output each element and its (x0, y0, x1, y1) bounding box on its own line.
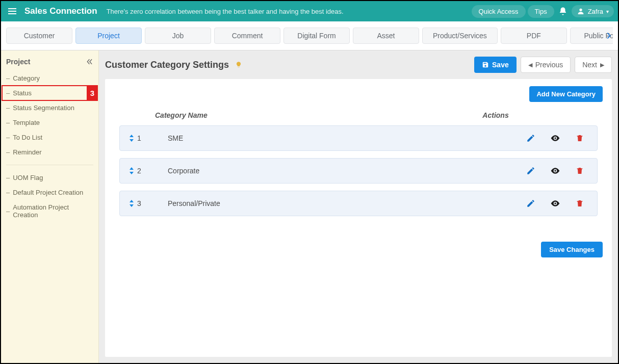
main-content: Customer Category Settings Save ◀ Previo… (99, 50, 618, 363)
sidebar-item-label: To Do List (13, 134, 42, 141)
tab-project[interactable]: Project (75, 28, 142, 44)
dash-icon: – (6, 134, 10, 141)
chevron-down-icon: ▾ (606, 9, 609, 14)
save-button[interactable]: Save (474, 57, 517, 73)
sidebar: Project –Category–Status3–Status Segment… (1, 50, 99, 363)
tab-asset[interactable]: Asset (353, 28, 419, 44)
menu-icon[interactable] (5, 5, 19, 17)
dash-icon: – (6, 74, 10, 82)
quick-access-button[interactable]: Quick Access (472, 5, 526, 18)
edit-icon[interactable] (526, 166, 536, 176)
column-actions: Actions (450, 111, 541, 119)
sidebar-item-template[interactable]: –Template (1, 115, 98, 130)
sort-handle-icon[interactable] (129, 200, 134, 207)
sidebar-item-label: Category (13, 74, 40, 82)
sidebar-separator (6, 165, 93, 165)
sidebar-item-label: Status Segmentation (13, 104, 74, 112)
category-row: 1SME (119, 125, 598, 151)
visibility-icon[interactable] (550, 133, 560, 143)
user-menu-button[interactable]: Zafra ▾ (572, 5, 614, 17)
category-row: 2Corporate (119, 158, 598, 184)
sidebar-item-automation-project-creation[interactable]: –Automation Project Creation (1, 200, 98, 222)
dash-icon: – (6, 174, 10, 181)
dash-icon: – (6, 189, 10, 196)
dash-icon: – (6, 104, 10, 112)
lightbulb-icon[interactable] (234, 60, 243, 69)
sidebar-item-status-segmentation[interactable]: –Status Segmentation (1, 100, 98, 115)
save-changes-button[interactable]: Save Changes (541, 242, 603, 257)
row-actions (526, 198, 593, 209)
dash-icon: – (6, 119, 10, 126)
row-number: 1 (137, 134, 147, 142)
sidebar-item-reminder[interactable]: –Reminder (1, 145, 98, 160)
sidebar-item-label: Default Project Creation (13, 189, 83, 196)
dash-icon: – (6, 89, 10, 97)
row-number: 3 (137, 199, 147, 207)
sidebar-item-default-project-creation[interactable]: –Default Project Creation (1, 185, 98, 200)
tagline: There's zero correlation between being t… (107, 8, 344, 15)
tab-pdf[interactable]: PDF (501, 28, 567, 44)
category-name: SME (168, 134, 526, 142)
category-row: 3Personal/Private (119, 191, 598, 216)
brand-title: Sales Connection (24, 6, 97, 16)
sort-handle-icon[interactable] (129, 135, 134, 142)
save-label: Save (492, 61, 509, 69)
tab-digital-form[interactable]: Digital Form (283, 28, 350, 44)
caret-right-icon: ▶ (600, 62, 604, 68)
category-name: Corporate (168, 167, 526, 175)
sidebar-item-label: UOM Flag (13, 174, 43, 181)
delete-icon[interactable] (575, 198, 585, 209)
row-actions (526, 166, 593, 176)
sidebar-title: Project (6, 58, 30, 66)
caret-left-icon: ◀ (528, 62, 532, 68)
tab-product-services[interactable]: Product/Services (422, 28, 498, 44)
sidebar-item-to-do-list[interactable]: –To Do List (1, 130, 98, 145)
delete-icon[interactable] (575, 166, 585, 176)
category-name: Personal/Private (168, 199, 526, 207)
avatar-icon (577, 7, 585, 15)
column-category-name: Category Name (135, 111, 450, 119)
next-button[interactable]: Next ▶ (575, 57, 612, 73)
save-icon (482, 61, 489, 68)
svg-point-0 (579, 9, 582, 11)
row-number: 2 (137, 167, 147, 175)
sidebar-item-label: Template (13, 119, 40, 126)
module-tabs: CustomerProjectJobCommentDigital FormAss… (1, 21, 618, 50)
visibility-icon[interactable] (550, 166, 560, 176)
settings-card: Add New Category Category Name Actions 1… (105, 79, 612, 357)
sidebar-item-status[interactable]: –Status3 (2, 86, 97, 100)
tab-customer[interactable]: Customer (6, 28, 72, 44)
page-title: Customer Category Settings (105, 60, 229, 70)
tips-button[interactable]: Tips (528, 5, 554, 18)
tabs-scroll-right-icon[interactable] (605, 32, 613, 40)
sidebar-item-uom-flag[interactable]: –UOM Flag (1, 170, 98, 185)
tab-comment[interactable]: Comment (214, 28, 280, 44)
edit-icon[interactable] (526, 133, 536, 143)
sidebar-item-category[interactable]: –Category (1, 71, 98, 86)
edit-icon[interactable] (526, 198, 536, 209)
collapse-sidebar-icon[interactable] (86, 58, 93, 65)
sidebar-item-label: Reminder (13, 148, 41, 156)
sidebar-item-label: Status (13, 89, 32, 97)
delete-icon[interactable] (575, 133, 585, 143)
user-name: Zafra (588, 8, 603, 15)
visibility-icon[interactable] (550, 198, 560, 209)
sort-handle-icon[interactable] (129, 167, 134, 174)
previous-button[interactable]: ◀ Previous (521, 57, 571, 73)
next-label: Next (582, 61, 597, 69)
dash-icon: – (6, 148, 10, 156)
dash-icon: – (6, 207, 10, 215)
tab-job[interactable]: Job (145, 28, 211, 44)
topbar: Sales Connection There's zero correlatio… (1, 1, 618, 21)
row-actions (526, 133, 593, 143)
add-category-button[interactable]: Add New Category (529, 86, 603, 102)
annotation-badge: 3 (87, 85, 98, 101)
previous-label: Previous (535, 61, 563, 69)
sidebar-item-label: Automation Project Creation (13, 203, 93, 219)
bell-icon[interactable] (556, 5, 570, 18)
